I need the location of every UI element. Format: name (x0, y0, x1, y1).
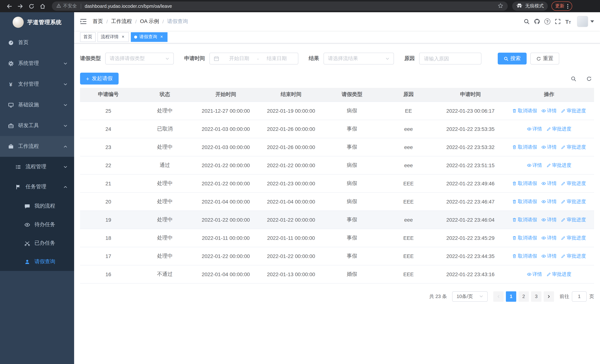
end-time-cell: 2022-01-22 00:00:00 (259, 247, 324, 265)
browser-forward-button[interactable] (15, 1, 26, 11)
progress-action-link[interactable]: 审批进度 (546, 271, 571, 278)
fullscreen-icon[interactable] (553, 16, 563, 27)
start-date-input[interactable]: 开始日期 (222, 55, 256, 62)
detail-action-link[interactable]: 详情 (542, 253, 557, 259)
breadcrumb: 首页 / 工作流程 / OA 示例 / 请假查询 (93, 18, 188, 25)
github-icon[interactable] (532, 16, 542, 27)
apply-time-range-picker[interactable]: 开始日期 - 结束日期 (209, 53, 298, 65)
end-date-input[interactable]: 结束日期 (260, 55, 294, 62)
start-time-cell: 2022-01-03 00:00:00 (193, 138, 258, 156)
browser-menu-icon[interactable] (567, 3, 569, 9)
incognito-label: 无痕模式 (525, 3, 544, 9)
sidebar-item-process-mgmt[interactable]: 流程管理 (0, 157, 74, 177)
goto-page-input[interactable] (572, 291, 587, 301)
detail-action-link[interactable]: 详情 (542, 180, 557, 187)
avatar[interactable] (577, 16, 588, 27)
browser-refresh-button[interactable] (26, 1, 37, 11)
trash-icon (512, 217, 517, 222)
address-bar[interactable]: 不安全 dashboard.yudao.iocoder.cn/bpm/oa/le… (52, 1, 508, 11)
page-3-button[interactable]: 3 (531, 291, 542, 301)
progress-action-link[interactable]: 审批进度 (561, 253, 586, 259)
detail-action-link[interactable]: 详情 (527, 125, 542, 132)
chevron-down-icon[interactable] (590, 20, 594, 23)
sidebar-item-infrastructure[interactable]: 基础设施 (0, 94, 74, 115)
refresh-table-icon[interactable] (584, 73, 594, 84)
table-row: 25处理中2021-12-27 00:00:002022-01-19 00:00… (80, 102, 594, 120)
progress-action-link[interactable]: 审批进度 (561, 216, 586, 223)
sidebar-item-workflow[interactable]: 工作流程 (0, 136, 74, 157)
cancel-action-link[interactable]: 取消请假 (512, 253, 537, 259)
search-button[interactable]: 搜索 (498, 53, 527, 65)
close-icon[interactable]: × (121, 34, 126, 39)
reason-input[interactable] (419, 53, 481, 65)
cancel-action-link[interactable]: 取消请假 (512, 180, 537, 187)
font-size-icon[interactable]: TT (563, 16, 573, 27)
detail-action-link[interactable]: 详情 (527, 271, 542, 278)
close-icon[interactable]: × (159, 34, 164, 39)
hide-search-icon[interactable] (568, 73, 579, 84)
cancel-action-link[interactable]: 取消请假 (512, 216, 537, 223)
leave-type-cell: 事假 (324, 211, 380, 229)
cancel-action-link[interactable]: 取消请假 (512, 234, 537, 241)
breadcrumb-oa-example[interactable]: OA 示例 (140, 18, 159, 25)
leave-type-select[interactable]: 请选择请假类型 (105, 53, 174, 65)
tab-leave-query[interactable]: 请假查询× (131, 32, 168, 42)
detail-action-link[interactable]: 详情 (542, 216, 557, 223)
reset-button[interactable]: 重置 (530, 53, 559, 65)
detail-action-link[interactable]: 详情 (527, 162, 542, 168)
page-size-select[interactable]: 10条/页 (452, 291, 488, 301)
detail-action-link[interactable]: 详情 (542, 107, 557, 114)
browser-home-button[interactable] (37, 1, 48, 11)
cancel-action-link[interactable]: 取消请假 (512, 198, 537, 205)
reason-cell: eee (380, 120, 437, 138)
tab-process-detail[interactable]: 流程详情× (97, 32, 129, 42)
chevron-down-icon (63, 61, 67, 65)
tab-home[interactable]: 首页 (80, 32, 96, 42)
apply-time-cell: 2022-01-22 23:43:16 (437, 265, 504, 283)
search-icon[interactable] (521, 16, 532, 27)
url-text[interactable]: dashboard.yudao.iocoder.cn/bpm/oa/leave (85, 3, 498, 9)
progress-action-link[interactable]: 审批进度 (546, 162, 571, 168)
security-warning[interactable]: 不安全 (56, 3, 77, 9)
sidebar-item-payment-mgmt[interactable]: ¥支付管理 (0, 74, 74, 94)
cancel-action-link[interactable]: 取消请假 (512, 144, 537, 150)
app-title: 芋道管理系统 (27, 19, 62, 26)
breadcrumb-workflow[interactable]: 工作流程 (111, 18, 132, 25)
create-leave-button[interactable]: + 发起请假 (80, 73, 119, 84)
hamburger-icon[interactable] (80, 19, 87, 24)
detail-action-link[interactable]: 详情 (542, 198, 557, 205)
app-logo[interactable]: 芋道管理系统 (0, 12, 74, 32)
list-icon (15, 164, 21, 169)
apply-id-cell: 17 (80, 247, 137, 265)
col-leave-type: 请假类型 (324, 88, 380, 102)
progress-action-link[interactable]: 审批进度 (561, 107, 586, 114)
cancel-action-link[interactable]: 取消请假 (512, 107, 537, 114)
sidebar-item-done-tasks[interactable]: 已办任务 (0, 234, 74, 252)
edit-icon (561, 217, 565, 222)
next-page-button[interactable] (544, 291, 554, 301)
prev-page-button[interactable] (493, 291, 504, 301)
chevron-down-icon (63, 165, 67, 169)
result-select[interactable]: 请选择流结果 (324, 53, 394, 65)
progress-action-link[interactable]: 审批进度 (561, 180, 586, 187)
progress-action-link[interactable]: 审批进度 (561, 234, 586, 241)
sidebar-item-home[interactable]: 首页 (0, 32, 74, 53)
sidebar-item-todo-tasks[interactable]: 待办任务 (0, 215, 74, 234)
sidebar-item-system-mgmt[interactable]: 系统管理 (0, 53, 74, 74)
sidebar-item-dev-tools[interactable]: 研发工具 (0, 115, 74, 136)
browser-back-button[interactable] (4, 1, 15, 11)
help-icon[interactable]: ? (542, 16, 553, 27)
bookmark-star-icon[interactable] (498, 3, 503, 9)
detail-action-link[interactable]: 详情 (542, 234, 557, 241)
sidebar-item-leave-query[interactable]: 请假查询 (0, 252, 74, 271)
progress-action-link[interactable]: 审批进度 (561, 144, 586, 150)
page-1-button[interactable]: 1 (506, 291, 516, 301)
breadcrumb-home[interactable]: 首页 (93, 18, 103, 25)
detail-action-link[interactable]: 详情 (542, 144, 557, 150)
sidebar-item-task-mgmt[interactable]: 任务管理 (0, 177, 74, 197)
page-2-button[interactable]: 2 (518, 291, 529, 301)
progress-action-link[interactable]: 审批进度 (561, 198, 586, 205)
progress-action-link[interactable]: 审批进度 (546, 125, 571, 132)
sidebar-item-my-process[interactable]: 我的流程 (0, 197, 74, 215)
browser-update-button[interactable]: 更新 (552, 1, 572, 11)
